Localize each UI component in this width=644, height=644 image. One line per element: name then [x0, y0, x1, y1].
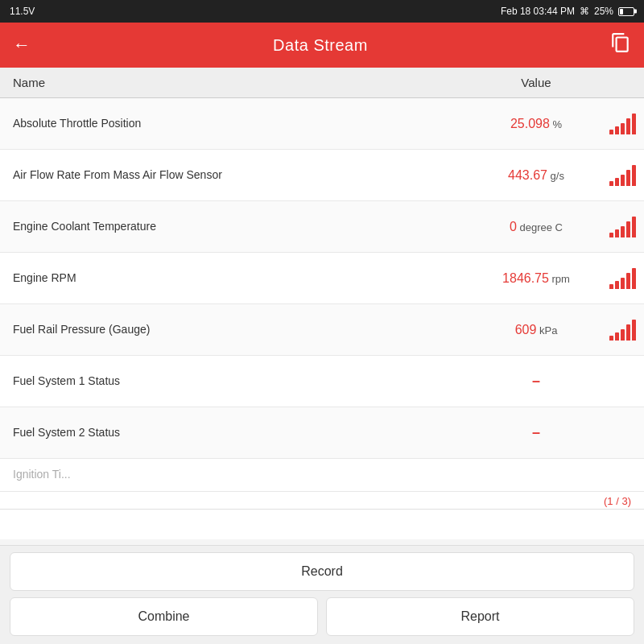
header: ← Data Stream	[0, 23, 644, 68]
row-name: Fuel System 2 Status	[0, 417, 472, 449]
header-title: Data Stream	[273, 36, 368, 55]
record-button[interactable]: Record	[10, 552, 634, 591]
bottom-button-row: Combine Report	[0, 594, 644, 644]
row-name: Engine RPM	[0, 262, 472, 295]
status-bar: 11.5V Feb 18 03:44 PM ⌘ 25%	[0, 0, 644, 23]
chart-icon	[609, 114, 636, 134]
row-name: Absolute Throttle Position	[0, 108, 472, 140]
status-bar-left: 11.5V	[10, 6, 35, 17]
table-row: Absolute Throttle Position 25.098 %	[0, 98, 644, 150]
main-content: Name Value Absolute Throttle Position 25…	[0, 68, 644, 539]
back-button[interactable]: ←	[13, 35, 31, 56]
record-button-row: Record	[0, 546, 644, 594]
row-chart[interactable]	[601, 320, 644, 341]
row-name: Engine Coolant Temperature	[0, 211, 472, 243]
col-header-name: Name	[0, 76, 472, 89]
bottom-section: Record Combine Report	[0, 545, 644, 644]
table-row: Fuel System 1 Status –	[0, 356, 644, 407]
row-chart[interactable]	[601, 165, 644, 186]
col-header-chart	[601, 76, 644, 89]
battery-icon	[618, 7, 634, 16]
row-name: Air Flow Rate From Mass Air Flow Sensor	[0, 159, 472, 192]
voltage-label: 11.5V	[10, 6, 35, 17]
battery-percent: 25%	[594, 6, 613, 17]
datetime-label: Feb 18 03:44 PM	[501, 6, 575, 17]
export-icon[interactable]	[610, 32, 631, 58]
pagination-text: (1 / 3)	[604, 495, 631, 507]
row-value: 1846.75 rpm	[472, 271, 601, 286]
row-value: 0 degree C	[472, 220, 601, 234]
table-row: Fuel Rail Pressure (Gauge) 609 kPa	[0, 304, 644, 356]
row-value: –	[472, 373, 601, 390]
row-value: 443.67 g/s	[472, 168, 601, 183]
row-chart[interactable]	[601, 114, 644, 134]
pagination: (1 / 3)	[0, 492, 644, 510]
table-row: Engine RPM 1846.75 rpm	[0, 253, 644, 304]
table-header: Name Value	[0, 68, 644, 98]
row-name: Fuel Rail Pressure (Gauge)	[0, 314, 472, 346]
table-row: Ignition Ti...	[0, 459, 644, 492]
table-row: Fuel System 2 Status –	[0, 407, 644, 459]
chart-icon	[609, 217, 636, 237]
report-button[interactable]: Report	[326, 597, 634, 636]
table-row: Engine Coolant Temperature 0 degree C	[0, 201, 644, 253]
combine-button[interactable]: Combine	[10, 597, 318, 636]
table-row: Air Flow Rate From Mass Air Flow Sensor …	[0, 150, 644, 201]
col-header-value: Value	[472, 76, 601, 89]
row-value: –	[472, 424, 601, 441]
chart-icon	[609, 165, 636, 186]
row-value: 609 kPa	[472, 323, 601, 337]
wifi-icon: ⌘	[580, 6, 589, 17]
row-chart[interactable]	[601, 268, 644, 289]
chart-icon	[609, 320, 636, 341]
chart-icon	[609, 268, 636, 289]
status-bar-right: Feb 18 03:44 PM ⌘ 25%	[501, 6, 634, 17]
row-name: Ignition Ti...	[0, 459, 472, 491]
row-name: Fuel System 1 Status	[0, 365, 472, 398]
row-value: 25.098 %	[472, 117, 601, 131]
row-chart[interactable]	[601, 217, 644, 237]
